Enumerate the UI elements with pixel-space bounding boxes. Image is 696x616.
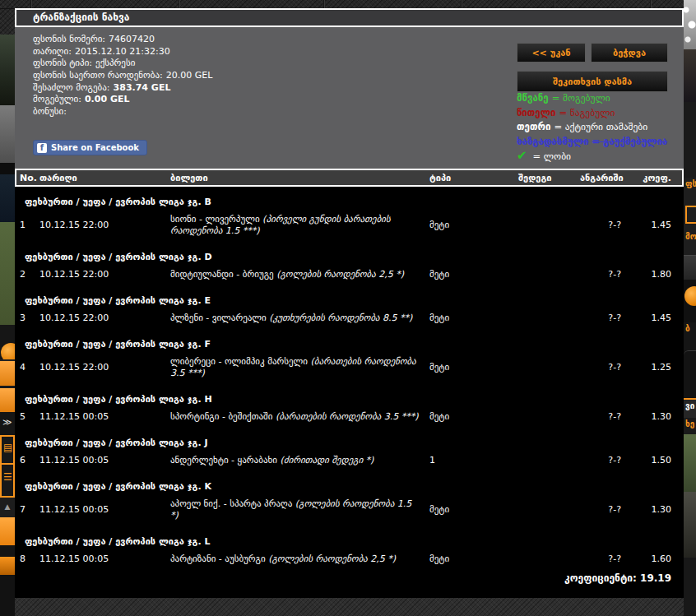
header-date: თარიღი [39, 173, 170, 183]
legend-text: = მოგებული [552, 92, 610, 104]
bet-cell-coef: 1.80 [621, 269, 682, 280]
league-group-header: ფეხბურთი / უეფა / ევროპის ლიგა ჯგ. F [16, 338, 682, 351]
bet-cell-coef: 1.30 [621, 504, 682, 516]
print-button[interactable]: ბეჭდვა [591, 43, 668, 63]
match-name: აპოელ ნიქ. - სპარტა პრაღა [170, 498, 295, 509]
bet-cell-ticket: პლზენი - ვილარეალი (კუთხურების რაოდენობა… [170, 313, 420, 324]
card-icon-tile: ▤ [0, 435, 15, 465]
bet-cell-no: 2 [16, 269, 39, 280]
orange-tile [0, 359, 15, 386]
ball-icon [684, 286, 696, 306]
info-line-bet-number: ფსონის ნომერი:74607420 [33, 34, 212, 46]
photo-fragment [0, 35, 15, 105]
info-value: 74607420 [109, 34, 155, 44]
bet-cell-coef: 1.45 [621, 220, 682, 231]
header-score: ანგარიში [580, 173, 621, 183]
match-name: სიონი - ლივერპული [170, 214, 262, 225]
bet-cell-no: 7 [16, 504, 39, 516]
legend-lost: წითელი= წაგებული [517, 106, 667, 121]
match-name: ანდერლეხტი - ყარაბახი [170, 455, 280, 465]
edge-block: ვი [684, 398, 696, 418]
edge-block [684, 350, 696, 398]
cut-off-text: მო [684, 230, 696, 243]
header-ticket: ბილეთი [170, 173, 420, 183]
cut-off-text: ვი [684, 400, 696, 413]
header-no: No. [16, 173, 39, 183]
ball-icon [1, 343, 15, 359]
bet-cell-score: ?-? [580, 313, 621, 324]
photo-fragment [684, 49, 696, 102]
photo-fragment [684, 0, 696, 49]
back-button[interactable]: << უკან [517, 43, 586, 63]
info-line-bet-type: ფსონის ტიპი:ექსპრესი [33, 58, 212, 70]
edge-block: ხე [684, 418, 696, 434]
league-group-header: ფეხბურთი / უეფა / ევროპის ლიგა ჯგ. J [16, 437, 682, 450]
bet-cell-date: 10.12.15 22:00 [39, 313, 170, 324]
header-type: ტიპი [420, 173, 518, 183]
info-label: თარიღი: [33, 46, 72, 57]
bet-cell-date: 11.12.15 00:05 [39, 504, 170, 516]
info-value: 383.74 GEL [114, 82, 171, 93]
match-name: სპორტინგი - ბეშიქთაში [170, 411, 276, 422]
bet-cell-date: 11.12.15 00:05 [39, 411, 170, 423]
cut-off-text: ბ [684, 322, 696, 336]
league-group-header: ფეხბურთი / უეფა / ევროპის ლიგა ჯგ. B [16, 196, 682, 209]
bet-cell-date: 11.12.15 00:05 [39, 553, 170, 565]
market-description: (ბარათების რაოდენობა 3.5 ***) [276, 411, 418, 422]
bet-cell-date: 10.12.15 22:00 [39, 220, 170, 231]
info-line-possible-win: შესაძლო მოგება:383.74 GEL [33, 82, 212, 95]
bet-row: 811.12.15 00:05პარტიზანი - აუსბურგი (გოლ… [16, 549, 682, 569]
bet-table-header: No. თარიღი ბილეთი ტიპი შედეგი ანგარიში კ… [15, 169, 684, 187]
info-label: ბონუსი: [33, 106, 67, 117]
legend-term: წითელი [517, 107, 556, 118]
bet-cell-type: მეტი [420, 504, 518, 516]
match-name: ლიბერეცი - ოლიმპიკ მარსელი [170, 356, 310, 367]
photo-fragment [0, 105, 15, 163]
bet-row: 611.12.15 00:05ანდერლეხტი - ყარაბახი (ძი… [16, 450, 682, 470]
info-line-won: მოგებული:0.00 GEL [33, 94, 212, 106]
list-icon-tile: ☰ [0, 465, 15, 498]
league-group-header: ფეხბურთი / უეფა / ევროპის ლიგა ჯგ. K [16, 480, 682, 493]
bet-cell-ticket: ანდერლეხტი - ყარაბახი (ძირითადი შედეგი *… [170, 455, 420, 466]
bet-row: 210.12.15 22:00მიდტიულანდი - ბრიუგე (გოლ… [16, 264, 682, 285]
market-description: (გოლების რაოდენობა 2,5 *) [276, 269, 404, 280]
legend-text: = წაგებული [559, 107, 615, 118]
header-result: შედეგი [518, 173, 580, 183]
orange-tile [0, 517, 15, 545]
match-name: პლზენი - ვილარეალი [170, 313, 269, 323]
orange-tile [0, 386, 15, 412]
info-line-date: თარიღი:2015.12.10 21:32:30 [33, 46, 212, 58]
ask-question-button[interactable]: შეკითხვის დასმა [517, 71, 668, 92]
modal-title: ტრანზაქციის ნახვა [15, 8, 684, 27]
info-label: ფსონის ნომერი: [33, 34, 105, 44]
total-coefficient-label: კოეფიციენტი: [564, 572, 637, 584]
bet-cell-score: ?-? [580, 455, 621, 466]
league-group-header: ფეხბურთი / უეფა / ევროპის ლიგა ჯგ. L [16, 535, 682, 549]
status-legend: მწვანე= მოგებული წითელი= წაგებული თეთრი=… [517, 91, 667, 164]
bet-cell-no: 8 [16, 553, 39, 565]
photo-fragment [0, 174, 15, 222]
market-description: (ძირითადი შედეგი *) [280, 455, 374, 465]
legend-term: თეთრი [517, 121, 550, 132]
league-group-header: ფეხბურთი / უეფა / ევროპის ლიგა ჯგ. E [16, 294, 682, 308]
info-label: მოგებული: [33, 94, 81, 104]
edge-block [684, 280, 696, 322]
league-group-header: ფეხბურთი / უეფა / ევროპის ლიგა ჯგ. H [16, 393, 682, 406]
info-label: ფსონის ტიპი: [33, 58, 92, 68]
facebook-share-button[interactable]: f Share on Facebook [33, 140, 147, 155]
photo-fragment [684, 492, 696, 558]
bet-cell-type: მეტი [420, 220, 518, 231]
bet-cell-ticket: სპორტინგი - ბეშიქთაში (ბარათების რაოდენო… [170, 411, 420, 423]
bet-cell-coef: 1.50 [621, 455, 682, 466]
facebook-share-label: Share on Facebook [51, 143, 139, 152]
match-name: მიდტიულანდი - ბრიუგე [170, 269, 276, 280]
total-coefficient: კოეფიციენტი: 19.19 [16, 572, 682, 584]
bet-cell-score: ?-? [580, 269, 621, 280]
panel-header-fragment [684, 255, 696, 280]
edge-block [0, 545, 15, 557]
bet-cell-type: მეტი [420, 269, 518, 280]
league-group-header: ფეხბურთი / უეფა / ევროპის ლიგა ჯგ. D [16, 251, 682, 264]
info-label: შესაძლო მოგება: [33, 82, 110, 93]
legend-active: თეთრი= აქტიური თამაშები [517, 120, 667, 135]
photo-fragment [684, 434, 696, 492]
